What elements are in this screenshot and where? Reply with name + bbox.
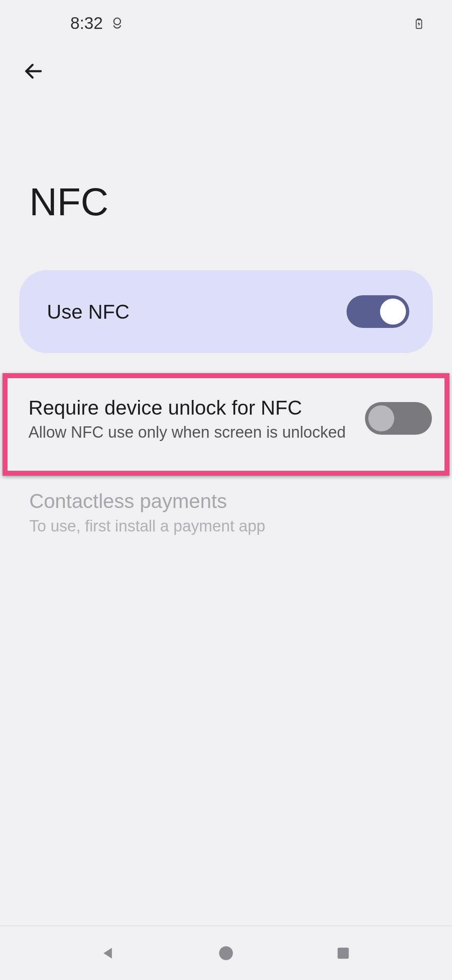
- require-unlock-row[interactable]: Require device unlock for NFC Allow NFC …: [28, 395, 432, 441]
- toggle-knob: [380, 299, 406, 325]
- triangle-back-icon: [100, 944, 118, 962]
- toggle-knob: [368, 405, 394, 431]
- battery-charging-icon: [413, 16, 427, 30]
- toolbar: [0, 46, 452, 96]
- svg-point-4: [219, 946, 233, 960]
- use-nfc-row[interactable]: Use NFC: [19, 270, 433, 353]
- status-right: [413, 16, 427, 30]
- square-recent-icon: [335, 945, 352, 962]
- contactless-payments-subtitle: To use, first install a payment app: [29, 517, 423, 535]
- use-nfc-toggle[interactable]: [347, 295, 409, 328]
- status-bar: 8:32: [0, 0, 452, 46]
- contactless-payments-row: Contactless payments To use, first insta…: [0, 476, 452, 535]
- svg-rect-2: [418, 19, 421, 20]
- arrow-back-icon: [23, 60, 44, 82]
- require-unlock-toggle[interactable]: [365, 402, 432, 435]
- page-title: NFC: [0, 96, 452, 270]
- status-time: 8:32: [70, 14, 103, 33]
- contactless-payments-title: Contactless payments: [29, 488, 423, 514]
- circle-home-icon: [217, 944, 235, 962]
- status-app-icon: [110, 16, 124, 30]
- require-unlock-text: Require device unlock for NFC Allow NFC …: [28, 395, 357, 441]
- nav-back-button[interactable]: [96, 941, 121, 966]
- use-nfc-label: Use NFC: [47, 300, 129, 323]
- nav-recent-button[interactable]: [331, 941, 356, 966]
- svg-point-0: [114, 18, 121, 25]
- system-nav-bar: [0, 926, 452, 980]
- require-unlock-highlight: Require device unlock for NFC Allow NFC …: [3, 373, 449, 476]
- require-unlock-title: Require device unlock for NFC: [28, 395, 357, 421]
- status-left: 8:32: [70, 14, 124, 33]
- svg-rect-5: [338, 947, 349, 959]
- require-unlock-subtitle: Allow NFC use only when screen is unlock…: [28, 423, 357, 441]
- back-button[interactable]: [21, 59, 46, 84]
- nav-home-button[interactable]: [213, 941, 239, 966]
